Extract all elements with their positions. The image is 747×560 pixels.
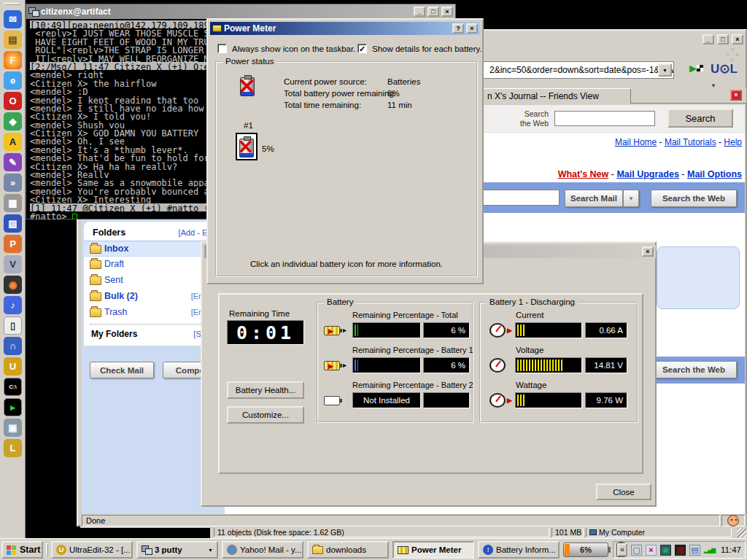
opera-icon[interactable]: O <box>4 92 22 110</box>
power-source-label: Current power source: <box>284 77 367 86</box>
monitor-icon[interactable]: ▣ <box>4 419 22 437</box>
mail-upgrades-link[interactable]: Mail Upgrades <box>616 169 678 179</box>
help-button[interactable]: ? <box>452 23 464 34</box>
putty-icon <box>28 7 39 16</box>
always-show-icon-checkbox[interactable] <box>217 44 227 53</box>
volume-icon[interactable]: ▢ <box>631 545 642 556</box>
firefox-icon[interactable]: F <box>4 51 22 69</box>
music-icon[interactable]: ♪ <box>4 296 22 314</box>
frontpage-icon[interactable]: ▨ <box>4 214 22 233</box>
mail-home-link[interactable]: Mail Home <box>615 137 657 147</box>
battery-meter-widget[interactable]: 6% <box>563 542 608 557</box>
wattage-label: Wattage <box>516 381 546 389</box>
tab-close-button[interactable]: × <box>730 90 742 101</box>
start-button[interactable]: Start <box>1 541 43 559</box>
pda-icon[interactable]: ▦ <box>4 194 22 212</box>
web-search-input[interactable] <box>554 111 655 126</box>
help-link[interactable]: Help <box>724 137 742 147</box>
check-mail-button[interactable]: Check Mail <box>90 362 154 378</box>
show-details-checkbox[interactable]: ✓ <box>357 44 367 53</box>
ultraedit-icon: U <box>56 545 66 555</box>
whats-new-link[interactable]: What's New <box>558 169 609 179</box>
always-show-icon-label: Always show icon on the taskbar. <box>232 44 355 53</box>
power-meter-footer: Click an individual battery icon for mor… <box>217 260 476 268</box>
search-the-web-button-2[interactable]: Search the Web <box>651 361 737 378</box>
search-mail-dropdown[interactable]: ▼ <box>623 190 639 207</box>
headphones-icon[interactable]: ∩ <box>4 337 22 355</box>
battery-health-button[interactable]: Battery Health... <box>227 381 304 399</box>
power-meter-titlebar[interactable]: Power Meter ? × <box>210 22 480 35</box>
activity-meter-icon[interactable]: ▥ <box>675 545 686 556</box>
battery1-icon[interactable]: ▶ <box>324 361 340 370</box>
quick-launch-toolbar: ✉ ▤ F e O ◆ A ✎ » ▦ ▨ P V ◉ ♪ ▯ ∩ U C:\ … <box>0 0 26 538</box>
toolbar-handle[interactable] <box>4 3 20 5</box>
url-logo[interactable]: U⊙L ▼ <box>711 61 746 91</box>
pen-cup-icon[interactable]: V <box>4 255 22 273</box>
terminal-title: citizenx@artifact <box>41 7 111 17</box>
discharging-group: Battery 1 - Discharging Current ▶ 0.66 A… <box>479 302 638 423</box>
current-bar <box>515 322 582 338</box>
tray-chevron-button[interactable]: « <box>617 543 627 556</box>
cd-burner-icon[interactable]: ◉ <box>4 276 22 294</box>
ipod-icon[interactable]: ▯ <box>4 316 22 335</box>
wattage-value: 9.76 W <box>585 392 627 408</box>
address-bar-input[interactable] <box>454 61 674 79</box>
messenger-icon[interactable]: ◆ <box>4 112 22 131</box>
padlock-icon[interactable]: L <box>4 439 22 457</box>
voltage-value: 14.81 V <box>585 357 627 373</box>
battery-total-icon[interactable]: ▶ <box>324 326 340 335</box>
taskbar-battery-information[interactable]: ! Battery Inform... <box>478 541 560 559</box>
go-icon[interactable]: ▶ <box>689 63 703 74</box>
terminal-titlebar[interactable]: citizenx@artifact _ □ × <box>26 4 455 19</box>
pen-icon[interactable]: ✎ <box>4 153 22 171</box>
mute-icon[interactable]: × <box>646 545 657 556</box>
minimize-button[interactable]: _ <box>703 34 714 44</box>
signal-icon[interactable]: ▂▄▆ <box>704 545 715 556</box>
maximize-button[interactable]: □ <box>717 34 729 44</box>
monkey-icon[interactable] <box>727 515 739 526</box>
mail-tutorials-link[interactable]: Mail Tutorials <box>665 137 716 147</box>
mail-client-icon[interactable]: ✉ <box>4 10 22 28</box>
network-icon[interactable]: ▣ <box>660 545 671 556</box>
folder-search-icon[interactable]: ▤ <box>4 31 22 49</box>
customize-button[interactable]: Customize... <box>227 406 304 424</box>
mail-promo-links: What's New - Mail Upgrades - Mail Option… <box>446 169 742 179</box>
time-remaining-label: Total time remaining: <box>284 101 361 109</box>
mail-options-link[interactable]: Mail Options <box>687 169 742 179</box>
resize-grip[interactable] <box>737 528 746 537</box>
ultraedit-icon[interactable]: U <box>4 357 22 376</box>
search-mail-button[interactable]: Search Mail <box>565 190 623 207</box>
taskbar-power-meter[interactable]: Power Meter <box>392 541 474 559</box>
close-button[interactable]: × <box>441 7 453 17</box>
address-dropdown-button[interactable]: ▼ <box>658 63 672 77</box>
taskbar: Start U UltraEdit-32 - [... 3 putty ▼ Ya… <box>0 538 747 560</box>
command-prompt-icon[interactable]: C:\ <box>4 378 22 396</box>
close-button[interactable]: × <box>466 23 478 34</box>
putty-icon[interactable]: » <box>4 174 22 192</box>
battery-1-icon[interactable]: × <box>236 133 258 160</box>
close-dialog-button[interactable]: Close <box>596 483 651 500</box>
taskbar-downloads[interactable]: downloads <box>307 541 389 559</box>
taskbar-divider[interactable] <box>46 543 48 556</box>
lan-icon[interactable]: ▤ <box>689 545 700 556</box>
maximize-button[interactable]: □ <box>427 7 439 17</box>
group-dropdown-icon: ▼ <box>208 548 213 553</box>
taskbar-putty-group[interactable]: 3 putty ▼ <box>136 541 218 559</box>
power-meter-title: Power Meter <box>224 23 276 34</box>
internet-explorer-icon[interactable]: e <box>4 71 22 90</box>
search-button[interactable]: Search <box>667 109 733 128</box>
aim-icon[interactable]: A <box>4 133 22 151</box>
search-the-web-button[interactable]: Search the Web <box>651 190 737 207</box>
folder-icon <box>90 276 101 285</box>
folders-header: Folders <box>93 228 125 238</box>
paint-icon[interactable]: P <box>4 235 22 253</box>
terminal-icon[interactable]: ▸ <box>4 398 22 416</box>
tray-clock[interactable]: 11:47 <box>719 545 741 554</box>
battery2-icon[interactable] <box>324 396 340 405</box>
close-button[interactable]: × <box>732 34 743 44</box>
taskbar-yahoo-mail[interactable]: Yahoo! Mail - y... <box>222 541 303 559</box>
downloads-window-statusbar: 11 objects (Disk free space: 1.62 GB) 10… <box>210 526 747 538</box>
minimize-button[interactable]: _ <box>414 7 425 17</box>
close-button[interactable]: × <box>642 246 654 257</box>
taskbar-ultraedit[interactable]: U UltraEdit-32 - [... <box>51 541 133 559</box>
